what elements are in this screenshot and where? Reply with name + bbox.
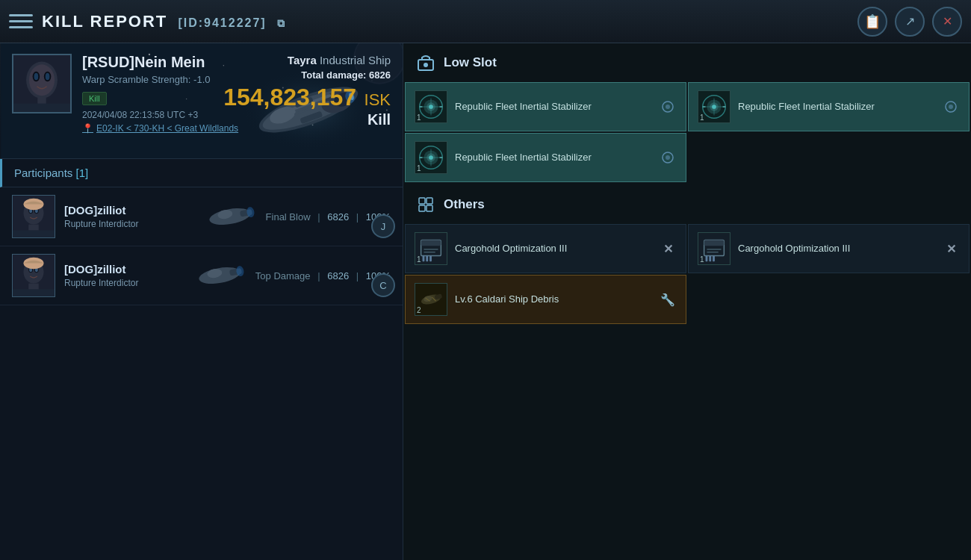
participant-badge-2: C — [371, 273, 395, 297]
others-item-3[interactable]: 2 Lv.6 Caldari Ship Debris 🔧 — [405, 275, 686, 324]
kill-summary: Tayra Industrial Ship Total damage: 6826… — [223, 54, 391, 148]
export-button[interactable]: ↗ — [895, 7, 925, 37]
svg-rect-43 — [13, 230, 55, 237]
svg-point-68 — [429, 105, 433, 109]
item-action-1[interactable] — [659, 98, 677, 116]
item-action-3[interactable] — [659, 149, 677, 167]
isk-amount: 154,823,157 — [223, 84, 356, 111]
header-title: KILL REPORT [ID:9412227] ⧉ — [42, 12, 857, 31]
copy-icon: 📋 — [864, 13, 881, 30]
kill-id: [ID:9412227] — [178, 16, 266, 29]
participants-label: Participants — [14, 167, 72, 179]
damage-2: 6826 — [327, 270, 349, 281]
svg-rect-93 — [419, 205, 425, 211]
others-item-1[interactable]: 1 Cargohold Optimization III ✕ — [405, 224, 686, 273]
location-pin-icon: 📍 — [82, 123, 93, 134]
item-icon-1: 1 — [415, 90, 447, 123]
svg-rect-109 — [709, 256, 711, 262]
kill-info: [RSUD]Nein Mein Warp Scramble Strength: … — [0, 43, 403, 159]
right-panel: Low Slot 1 — [403, 43, 971, 560]
badge-letter-1: J — [381, 221, 386, 232]
svg-rect-56 — [13, 289, 55, 296]
isk-label: ISK — [364, 90, 391, 109]
others-icon-3: 2 — [415, 283, 447, 316]
low-slot-item-1[interactable]: 1 Republic Fleet Inertial Stabilizer — [405, 82, 686, 131]
ship-name: Tayra — [288, 54, 317, 66]
low-slot-header: Low Slot — [403, 43, 971, 82]
ship-class: Industrial Ship — [320, 54, 391, 66]
total-damage: Total damage: 6826 — [223, 69, 391, 81]
others-qty-2: 1 — [700, 255, 704, 264]
others-icon — [415, 194, 436, 215]
victim-avatar — [12, 54, 72, 113]
participant-card[interactable]: [DOG]zilliot Rupture Interdictor Final B… — [0, 187, 403, 246]
damage-label: Total damage: — [301, 69, 366, 81]
others-qty-1: 1 — [417, 255, 421, 264]
svg-point-86 — [429, 155, 433, 160]
participant-stats-2: Top Damage | 6826 | 100% — [255, 270, 391, 281]
others-icon-1: 1 — [415, 232, 447, 265]
svg-point-72 — [666, 105, 670, 109]
damage-value: 6826 — [369, 69, 391, 81]
others-action-1[interactable]: ✕ — [659, 240, 677, 258]
others-qty-3: 2 — [417, 306, 421, 314]
others-name-3: Lv.6 Caldari Ship Debris — [455, 293, 651, 306]
close-icon: ✕ — [943, 14, 952, 28]
svg-rect-97 — [421, 240, 441, 246]
others-action-3[interactable]: 🔧 — [659, 290, 677, 308]
svg-rect-91 — [419, 198, 425, 204]
participant-details-1: [DOG]zilliot Rupture Interdictor — [64, 204, 194, 229]
svg-rect-105 — [704, 240, 725, 246]
svg-rect-101 — [426, 256, 428, 262]
kill-badge: Kill — [82, 92, 107, 105]
item-action-2[interactable] — [942, 98, 960, 116]
participant-name-2: [DOG]zilliot — [64, 263, 184, 276]
others-label: Others — [444, 197, 485, 212]
svg-rect-94 — [426, 205, 432, 211]
item-qty-1: 1 — [417, 113, 421, 122]
low-slot-item-3[interactable]: 1 Republic Fleet Inertial Stabilizer — [405, 133, 686, 182]
low-slot-item-2[interactable]: 1 Republic Fleet Inertial Stabilizer — [688, 82, 970, 131]
svg-rect-100 — [423, 256, 425, 262]
participant-ship-img-1 — [203, 199, 257, 234]
participants-header: Participants [1] — [0, 159, 403, 187]
svg-point-20 — [34, 73, 39, 81]
others-icon-2: 1 — [698, 232, 730, 265]
ship-type-label: Tayra Industrial Ship — [223, 54, 391, 66]
menu-button[interactable] — [9, 10, 33, 34]
svg-point-63 — [424, 63, 428, 67]
participant-ship-img-2 — [193, 258, 246, 293]
others-grid: 1 Cargohold Optimization III ✕ — [403, 224, 971, 324]
item-icon-2: 1 — [698, 90, 730, 123]
header: KILL REPORT [ID:9412227] ⧉ 📋 ↗ ✕ — [0, 0, 971, 43]
participant-avatar-1 — [12, 195, 55, 238]
participant-name-1: [DOG]zilliot — [64, 204, 194, 217]
others-name-1: Cargohold Optimization III — [455, 242, 651, 255]
low-slot-grid: 1 Republic Fleet Inertial Stabilizer — [403, 82, 971, 182]
copy-id-icon[interactable]: ⧉ — [277, 17, 286, 29]
stat-label-1: Final Blow — [266, 211, 311, 223]
badge-letter-2: C — [379, 280, 386, 291]
participant-card-2[interactable]: [DOG]zilliot Rupture Interdictor Top Dam… — [0, 246, 403, 305]
others-name-2: Cargohold Optimization III — [738, 242, 934, 255]
low-slot-icon — [415, 52, 436, 73]
kill-result: Kill — [223, 111, 391, 128]
others-action-2[interactable]: ✕ — [942, 240, 960, 258]
left-panel: [RSUD]Nein Mein Warp Scramble Strength: … — [0, 43, 403, 560]
location-text: E02-IK < 730-KH < Great Wildlands — [96, 123, 238, 134]
svg-point-90 — [666, 155, 670, 160]
isk-row: 154,823,157 ISK — [223, 84, 391, 111]
others-header: Others — [403, 185, 971, 224]
participant-ship-2: Rupture Interdictor — [64, 278, 184, 288]
header-actions: 📋 ↗ ✕ — [857, 7, 962, 37]
item-qty-2: 1 — [700, 113, 704, 122]
copy-button[interactable]: 📋 — [857, 7, 887, 37]
svg-point-77 — [712, 105, 716, 109]
close-button[interactable]: ✕ — [932, 7, 962, 37]
svg-rect-110 — [713, 256, 715, 262]
main-content: [RSUD]Nein Mein Warp Scramble Strength: … — [0, 43, 971, 560]
title-text: KILL REPORT — [42, 12, 167, 31]
others-item-2[interactable]: 1 Cargohold Optimization III ✕ — [688, 224, 970, 273]
participant-badge-1: J — [371, 214, 395, 238]
export-icon: ↗ — [905, 14, 915, 28]
